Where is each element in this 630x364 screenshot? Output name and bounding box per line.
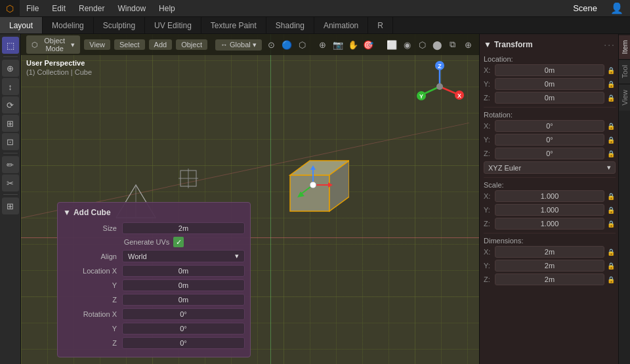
rot-x-field[interactable]: 0° [495, 120, 604, 132]
dim-y-field[interactable]: 2m [495, 260, 604, 272]
dim-x-field[interactable]: 2m [495, 246, 604, 258]
sc-x-lock[interactable]: 🔒 [606, 192, 616, 201]
rot-y-lock[interactable]: 🔒 [606, 135, 616, 144]
tool-add[interactable]: ⊞ [2, 197, 19, 214]
transform-options-icon[interactable]: ··· [604, 39, 616, 50]
add-cube-collapse-icon[interactable]: ▼ [63, 208, 71, 217]
dim-z-lock[interactable]: 🔒 [606, 275, 616, 284]
sc-y-field[interactable]: 1.000 [495, 204, 604, 216]
location-y-input[interactable]: 0m [122, 279, 245, 291]
generate-uvs-checkbox[interactable]: ✓ [173, 237, 184, 247]
rotation-x-input[interactable]: 0° [122, 308, 245, 320]
view-button[interactable]: View [84, 39, 110, 50]
align-dropdown[interactable]: World ▾ [122, 250, 245, 262]
proportional-edit-icon[interactable]: ⊙ [266, 37, 277, 52]
app-logo: ⬡ [0, 0, 20, 17]
scale-group-label: Scale: [484, 181, 616, 189]
ws-tab-animation[interactable]: Animation [314, 17, 368, 33]
menu-file[interactable]: File [20, 0, 45, 16]
euler-dropdown[interactable]: XYZ Euler ▾ [484, 161, 616, 174]
dim-z-field[interactable]: 2m [495, 273, 604, 285]
viewport-shading-solid[interactable]: ◉ [401, 37, 412, 52]
svg-marker-16 [290, 175, 329, 211]
ws-tab-modeling[interactable]: Modeling [43, 17, 94, 33]
rotation-x-row: X: 0° 🔒 [484, 120, 616, 132]
tool-transform[interactable]: ⊡ [2, 133, 19, 150]
dim-y-lock[interactable]: 🔒 [606, 261, 616, 270]
move-icon[interactable]: ✋ [347, 37, 358, 52]
sc-z-lock[interactable]: 🔒 [606, 219, 616, 228]
right-tab-tool[interactable]: Tool [619, 59, 630, 83]
menu-edit[interactable]: Edit [45, 0, 72, 16]
loc-y-field[interactable]: 0m [495, 78, 604, 90]
location-z-row: Z: 0m 🔒 [484, 92, 616, 104]
loc-z-field[interactable]: 0m [495, 92, 604, 104]
viewport[interactable]: ⬡ Object Mode ▾ View Select Add Object ↔… [21, 34, 479, 364]
snap-icon[interactable]: 🔵 [281, 37, 292, 52]
viewport-shading-wire[interactable]: ⬜ [386, 37, 397, 52]
menu-window[interactable]: Window [111, 0, 152, 16]
ws-tab-texture-paint[interactable]: Texture Paint [201, 17, 266, 33]
rotation-y-label: Y [63, 325, 122, 333]
loc-x-lock[interactable]: 🔒 [606, 66, 616, 75]
rotation-y-input[interactable]: 0° [122, 323, 245, 334]
rotation-z-row: Z: 0° 🔒 [484, 148, 616, 159]
right-tab-view[interactable]: View [619, 84, 630, 111]
tool-rotate[interactable]: ⟳ [2, 96, 19, 113]
menu-render[interactable]: Render [72, 0, 111, 16]
transform-global-button[interactable]: ↔ Global ▾ [215, 39, 262, 51]
ws-tab-layout[interactable]: Layout [0, 17, 43, 33]
ws-tab-r[interactable]: R [368, 17, 393, 33]
location-x-input[interactable]: 0m [122, 265, 245, 277]
viewport-gizmo[interactable]: ⊕ [463, 37, 474, 52]
object-mode-button[interactable]: ⬡ Object Mode ▾ [26, 35, 80, 54]
ws-tab-uv-editing[interactable]: UV Editing [145, 17, 201, 33]
snap2-icon[interactable]: ⬡ [296, 37, 307, 52]
right-tab-item[interactable]: Item [619, 34, 630, 59]
loc-y-lock[interactable]: 🔒 [606, 79, 616, 89]
rot-x-lock[interactable]: 🔒 [606, 121, 616, 131]
ws-tab-shading[interactable]: Shading [266, 17, 314, 33]
rot-y-field[interactable]: 0° [495, 134, 604, 146]
cube-object[interactable] [277, 149, 349, 221]
transform-title-text: Transform [494, 40, 533, 49]
dim-x-lock[interactable]: 🔒 [606, 247, 616, 256]
add-cube-header: ▼ Add Cube [63, 208, 245, 217]
euler-caret-icon: ▾ [607, 163, 611, 172]
rot-z-field[interactable]: 0° [495, 148, 604, 159]
generate-uvs-row: Generate UVs ✓ [63, 237, 245, 247]
rot-z-lock[interactable]: 🔒 [606, 149, 616, 158]
viewport-shading-render[interactable]: ⬤ [432, 37, 443, 52]
tool-move[interactable]: ↕ [2, 78, 19, 95]
sc-x-field[interactable]: 1.000 [495, 190, 604, 202]
tool-annotate[interactable]: ✏ [2, 156, 19, 173]
viewport-shading-mat[interactable]: ⬡ [417, 37, 428, 52]
viewport-overlay[interactable]: ⧉ [447, 37, 458, 52]
user-avatar[interactable]: 👤 [604, 0, 630, 16]
menu-help[interactable]: Help [152, 0, 182, 16]
tool-measure[interactable]: ✂ [2, 174, 19, 192]
tool-scale[interactable]: ⊞ [2, 115, 19, 132]
rotation-z-input[interactable]: 0° [122, 337, 245, 349]
size-input[interactable]: 2m [122, 222, 245, 234]
view-icon[interactable]: ⊕ [317, 37, 328, 52]
rotation-x-label: Rotation X [63, 310, 122, 318]
axis-gizmo[interactable]: Z X Y [413, 60, 466, 113]
loc-x-field[interactable]: 0m [495, 64, 604, 76]
ws-tab-sculpting[interactable]: Sculpting [94, 17, 145, 33]
sc-z-field[interactable]: 1.000 [495, 218, 604, 230]
loc-z-lock[interactable]: 🔒 [606, 93, 616, 102]
scene-name[interactable]: Scene [566, 0, 604, 16]
object-button[interactable]: Object [176, 39, 207, 50]
scale-x-row: X: 1.000 🔒 [484, 190, 616, 202]
tool-cursor[interactable]: ⊕ [2, 60, 19, 77]
transform-collapse-icon[interactable]: ▼ [484, 40, 492, 49]
add-button[interactable]: Add [149, 39, 173, 50]
lock-icon[interactable]: 🎯 [363, 37, 374, 52]
sc-y-lock[interactable]: 🔒 [606, 205, 616, 214]
camera-icon[interactable]: 📷 [332, 37, 343, 52]
tool-select[interactable]: ⬚ [2, 37, 19, 54]
vertical-axis [270, 34, 271, 364]
location-z-input[interactable]: 0m [122, 294, 245, 306]
select-button[interactable]: Select [114, 39, 145, 50]
